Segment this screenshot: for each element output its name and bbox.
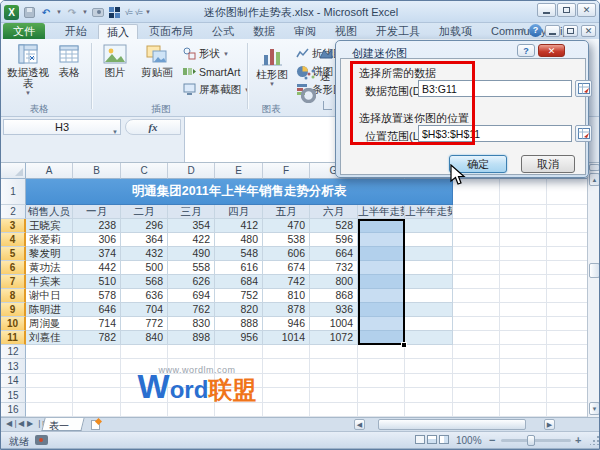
cell[interactable] (500, 261, 547, 275)
tab-开发工具[interactable]: 开发工具 (368, 24, 428, 39)
cell[interactable]: 470 (263, 219, 310, 233)
cell[interactable] (453, 261, 500, 275)
dialog-help-icon[interactable]: ? (517, 44, 535, 57)
horizontal-scrollbar[interactable]: ◀ ▶ (354, 419, 564, 430)
cell[interactable] (405, 247, 453, 261)
cell[interactable] (26, 374, 73, 388)
cell[interactable] (358, 388, 405, 403)
cell[interactable] (500, 179, 547, 205)
tab-页面布局[interactable]: 页面布局 (141, 24, 201, 39)
cell[interactable] (405, 359, 453, 374)
cell[interactable] (500, 388, 547, 403)
cell[interactable] (405, 388, 453, 403)
cell[interactable] (547, 388, 588, 403)
cell[interactable]: 558 (168, 261, 215, 275)
cell[interactable]: 422 (168, 233, 215, 247)
row-header[interactable]: 14 (1, 374, 26, 388)
create-sparklines-dialog[interactable]: 创建迷你图 ? ✕ 选择所需的数据 数据范围(D): 选择放置迷你图的位置 位置… (335, 40, 589, 178)
cell[interactable] (405, 331, 453, 345)
cell[interactable] (405, 233, 453, 247)
cell[interactable] (547, 345, 588, 359)
page-layout-view-icon[interactable] (427, 435, 437, 444)
cell[interactable]: 646 (73, 303, 121, 317)
clipart-button[interactable]: 剪贴画 (137, 43, 177, 78)
row-header[interactable]: 6 (1, 261, 26, 275)
cell[interactable]: 538 (263, 233, 310, 247)
first-sheet-icon[interactable]: ◀❘ (6, 419, 19, 428)
table-header-cell[interactable]: 四月 (215, 205, 263, 219)
cell[interactable]: 442 (73, 261, 121, 275)
cell[interactable]: 354 (168, 219, 215, 233)
scroll-up-icon[interactable]: ▲ (589, 173, 600, 186)
column-chart-button[interactable]: 柱形图 ▼ (253, 43, 291, 88)
cell[interactable] (500, 345, 547, 359)
cell[interactable]: 238 (73, 219, 121, 233)
cell[interactable] (500, 317, 547, 331)
cell[interactable]: 296 (121, 219, 168, 233)
cell[interactable]: 432 (121, 247, 168, 261)
shapes-button[interactable]: 形状▼ (183, 46, 229, 61)
cell[interactable]: 898 (168, 331, 215, 345)
sheet-tab-label[interactable]: 表一 (49, 419, 69, 433)
cell[interactable]: 732 (310, 261, 358, 275)
picture-button[interactable]: 图片 (97, 43, 133, 78)
workbook-restore-icon[interactable] (563, 25, 578, 37)
title-bar[interactable]: X ↶ ▼ ↷ ▼ √= √= ▼ 迷你图制作走势表.xlsx - Micros… (1, 1, 600, 23)
zoom-in-icon[interactable]: + (575, 434, 581, 446)
fill-handle[interactable] (401, 342, 407, 348)
tab-开始[interactable]: 开始 (57, 24, 95, 39)
cell[interactable]: 606 (263, 247, 310, 261)
table-button[interactable]: 表格 (51, 43, 87, 78)
cell[interactable] (547, 403, 588, 417)
cell[interactable] (310, 345, 358, 359)
row-header[interactable]: 11 (1, 331, 26, 345)
table-header-cell[interactable]: 二月 (121, 205, 168, 219)
cell[interactable]: 664 (310, 247, 358, 261)
restore-icon[interactable] (557, 3, 576, 17)
table-header-cell[interactable]: 五月 (263, 205, 310, 219)
cell[interactable]: 412 (215, 219, 263, 233)
page-break-view-icon[interactable] (439, 435, 449, 444)
cell[interactable]: 772 (121, 317, 168, 331)
tab-file[interactable]: 文件 (3, 23, 45, 39)
cell[interactable] (500, 374, 547, 388)
cell[interactable] (26, 359, 73, 374)
cell[interactable] (547, 233, 588, 247)
cell[interactable] (73, 345, 121, 359)
selection-range[interactable] (358, 219, 405, 345)
cell[interactable] (405, 345, 453, 359)
cell[interactable]: 694 (168, 289, 215, 303)
cell[interactable] (500, 359, 547, 374)
cell[interactable] (358, 345, 405, 359)
cell[interactable] (405, 403, 453, 417)
row-header[interactable]: 1 (1, 179, 26, 205)
cell[interactable]: 946 (263, 317, 310, 331)
cell[interactable]: 500 (121, 261, 168, 275)
cell[interactable] (405, 374, 453, 388)
zoom-level[interactable]: 100% (456, 435, 482, 446)
cell[interactable] (453, 345, 500, 359)
cell[interactable]: 936 (310, 303, 358, 317)
cell[interactable] (26, 388, 73, 403)
zoom-slider-thumb[interactable] (527, 435, 535, 446)
cell[interactable] (500, 219, 547, 233)
cell[interactable]: 王晓宾 (26, 219, 73, 233)
cell[interactable]: 364 (121, 233, 168, 247)
cell[interactable] (405, 275, 453, 289)
collapse-ribbon-icon[interactable]: ∧ (520, 26, 526, 35)
hscroll-left-icon[interactable]: ◀ (354, 419, 365, 430)
cell[interactable]: 636 (121, 289, 168, 303)
cell[interactable] (453, 233, 500, 247)
tab-数据[interactable]: 数据 (245, 24, 283, 39)
table-header-cell[interactable]: 六月 (310, 205, 358, 219)
cell[interactable]: 596 (310, 233, 358, 247)
macro-record-icon[interactable] (35, 435, 48, 445)
hscroll-thumb[interactable] (378, 419, 526, 430)
cell[interactable] (547, 275, 588, 289)
cell[interactable] (547, 247, 588, 261)
cell[interactable] (547, 331, 588, 345)
cell[interactable]: 888 (215, 317, 263, 331)
cell[interactable] (263, 345, 310, 359)
cell[interactable] (547, 219, 588, 233)
other-charts-icon[interactable] (301, 88, 316, 103)
